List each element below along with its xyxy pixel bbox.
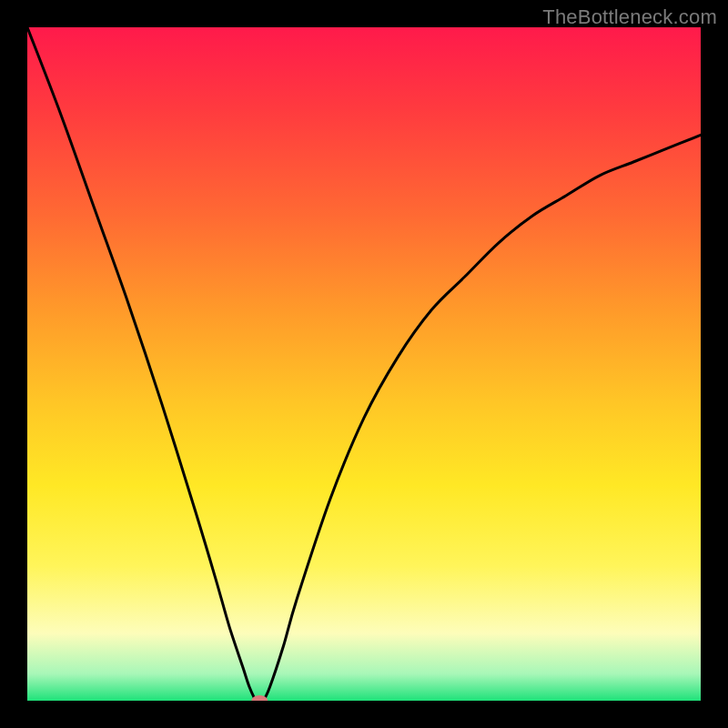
watermark-text: TheBottleneck.com — [542, 5, 717, 29]
curve-svg — [27, 27, 701, 701]
plot-area — [27, 27, 701, 701]
chart-frame: TheBottleneck.com — [0, 0, 728, 728]
bottleneck-curve — [27, 27, 701, 701]
